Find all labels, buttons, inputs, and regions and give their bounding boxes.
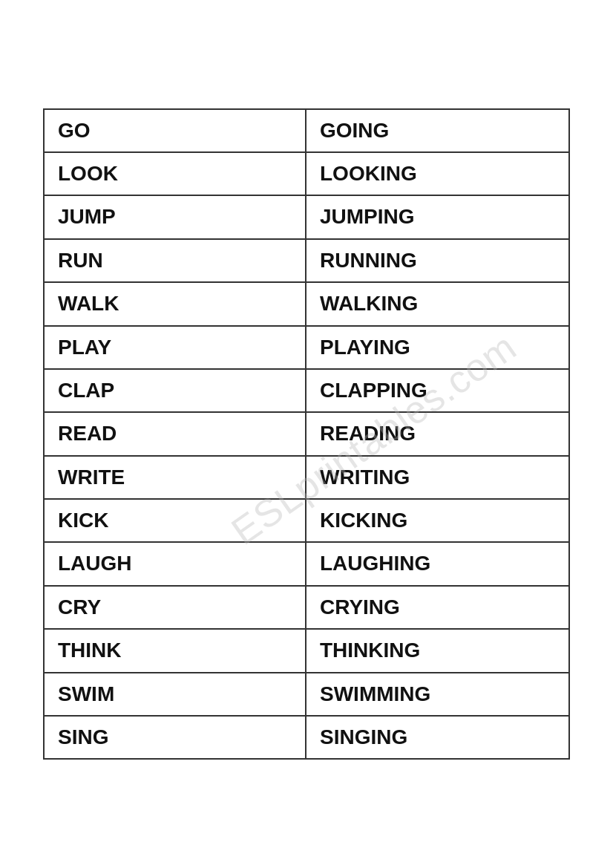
cell-base-form: READ	[45, 413, 306, 454]
cell-ing-form: READING	[306, 413, 568, 454]
table-row: LOOKLOOKING	[45, 153, 568, 196]
cell-base-form: CRY	[45, 587, 306, 628]
cell-ing-form: RUNNING	[306, 240, 568, 281]
table-row: LAUGHLAUGHING	[45, 543, 568, 586]
table-row: GOGOING	[45, 110, 568, 153]
table-row: THINKTHINKING	[45, 630, 568, 673]
cell-ing-form: LOOKING	[306, 153, 568, 195]
cell-ing-form: THINKING	[306, 630, 568, 671]
page-container: ESLprintables.com GOGOINGLOOKLOOKINGJUMP…	[0, 0, 613, 868]
cell-base-form: LAUGH	[45, 543, 306, 584]
table-row: WALKWALKING	[45, 283, 568, 326]
cell-ing-form: JUMPING	[306, 196, 568, 238]
table-row: WRITEWRITING	[45, 457, 568, 500]
table-row: SINGSINGING	[45, 717, 568, 758]
cell-ing-form: WALKING	[306, 283, 568, 324]
cell-ing-form: LAUGHING	[306, 543, 568, 584]
table-row: JUMPJUMPING	[45, 196, 568, 239]
cell-base-form: WALK	[45, 283, 306, 324]
cell-ing-form: KICKING	[306, 500, 568, 541]
cell-base-form: LOOK	[45, 153, 306, 195]
cell-base-form: CLAP	[45, 370, 306, 411]
cell-base-form: GO	[45, 110, 306, 151]
cell-base-form: RUN	[45, 240, 306, 281]
cell-ing-form: GOING	[306, 110, 568, 151]
cell-base-form: KICK	[45, 500, 306, 541]
table-row: READREADING	[45, 413, 568, 456]
table-row: CLAPCLAPPING	[45, 370, 568, 413]
table-row: RUNRUNNING	[45, 240, 568, 283]
cell-base-form: SWIM	[45, 673, 306, 715]
verb-table: GOGOINGLOOKLOOKINGJUMPJUMPINGRUNRUNNINGW…	[43, 108, 570, 760]
cell-base-form: SING	[45, 717, 306, 758]
cell-base-form: THINK	[45, 630, 306, 671]
cell-ing-form: CRYING	[306, 587, 568, 628]
cell-base-form: PLAY	[45, 327, 306, 368]
cell-ing-form: SWIMMING	[306, 673, 568, 715]
cell-ing-form: CLAPPING	[306, 370, 568, 411]
cell-ing-form: PLAYING	[306, 327, 568, 368]
table-row: PLAYPLAYING	[45, 327, 568, 370]
cell-ing-form: WRITING	[306, 457, 568, 498]
cell-ing-form: SINGING	[306, 717, 568, 758]
table-row: CRYCRYING	[45, 587, 568, 630]
cell-base-form: WRITE	[45, 457, 306, 498]
table-row: SWIMSWIMMING	[45, 673, 568, 717]
table-row: KICKKICKING	[45, 500, 568, 543]
cell-base-form: JUMP	[45, 196, 306, 238]
